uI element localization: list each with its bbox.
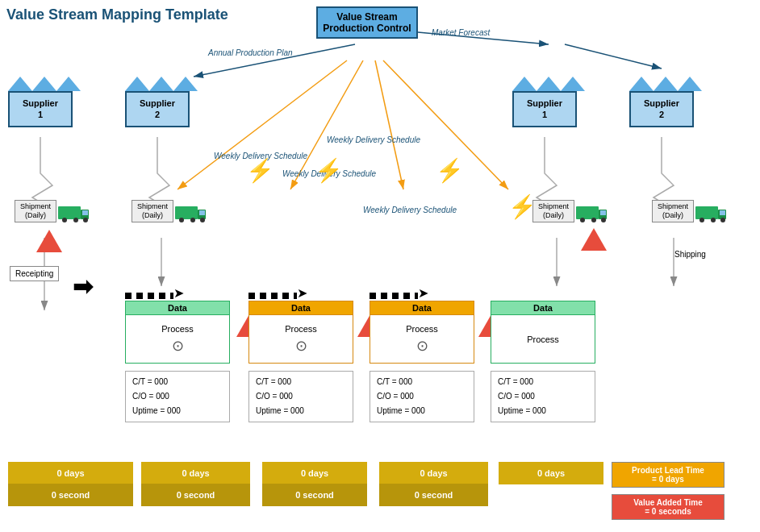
supplier-left-2: Supplier 2 [125,77,190,127]
data-box-1: C/T = 000 C/O = 000 Uptime = 000 [125,371,230,422]
uptime-2: Uptime = 000 [256,404,346,418]
process-group-4: Data Process [491,301,595,364]
timeline-seconds-0: 0 second [8,484,133,506]
process-header-4: Data [491,301,595,315]
svg-rect-23 [199,210,205,215]
truck-icon-4 [695,200,728,222]
svg-point-26 [200,218,205,222]
shipment-label-3: Shipment(Daily) [532,200,574,222]
factory-triangle [678,77,702,91]
push-arrow-main: ➡ [73,272,93,301]
svg-point-36 [699,218,704,222]
inventory-triangle-right [581,228,607,251]
process-header-2: Data [248,301,353,315]
co-1: C/O = 000 [132,389,223,404]
timeline-days-4: 0 days [499,462,603,484]
svg-point-24 [179,218,184,222]
process-body-3: Process ⊙ [370,315,474,364]
factory-roof [8,77,73,91]
truck-icon-3 [576,200,608,222]
factory-triangle [56,77,81,91]
truck-2: Shipment(Daily) [132,200,207,222]
push-arrow-1: ➤ [173,285,184,301]
shipment-label-1: Shipment(Daily) [15,200,56,222]
shipment-label-4: Shipment(Daily) [652,200,694,222]
factory-roof [629,77,694,91]
svg-point-38 [720,218,725,222]
factory-triangle [125,77,149,91]
ct-2: C/T = 000 [256,375,346,389]
process-label-2: Process [285,324,317,334]
production-control-box: Value Stream Production Control [316,6,418,39]
factory-triangle [654,77,678,91]
process-body-4: Process [491,315,595,364]
product-lead-time-box: Product Lead Time= 0 days [612,462,725,488]
supplier-label: Supplier 2 [629,91,694,127]
truck-3: Shipment(Daily) [532,200,608,222]
process-label-3: Process [406,324,438,334]
svg-rect-35 [720,210,725,215]
process-header-3: Data [370,301,474,315]
supplier-right-2: Supplier 2 [629,77,694,127]
data-box-4: C/T = 000 C/O = 000 Uptime = 000 [491,371,595,422]
factory-triangle [8,77,32,91]
svg-point-18 [62,218,67,222]
supplier-left-1: Supplier 1 [8,77,73,127]
page-title: Value Stream Mapping Template [6,6,228,23]
svg-rect-15 [58,206,81,219]
factory-triangle [512,77,537,91]
process-label-4: Process [527,335,559,344]
co-2: C/O = 000 [256,389,346,404]
operator-3: ⊙ [416,337,428,355]
svg-point-37 [711,218,716,222]
timeline-seconds-3: 0 second [379,484,488,506]
inventory-triangle-receiving [36,230,62,252]
factory-roof [125,77,190,91]
process-header-1: Data [125,301,230,315]
process-group-2: Data Process ⊙ [248,301,353,364]
process-label-1: Process [161,324,194,334]
co-4: C/O = 000 [498,389,588,404]
weekly-schedule-4: Weekly Delivery Schedule [363,206,457,214]
timeline-days-3: 0 days [379,462,488,484]
supplier-label: Supplier 1 [512,91,577,127]
uptime-1: Uptime = 000 [132,404,223,418]
market-forecast-label: Market Forecast [432,28,490,37]
data-box-2: C/T = 000 C/O = 000 Uptime = 000 [248,371,353,422]
truck-4: Shipment(Daily) [652,200,728,222]
factory-triangle [149,77,173,91]
svg-rect-21 [175,206,198,219]
svg-point-19 [73,218,78,222]
truck-icon-2 [175,200,207,222]
factory-triangle [629,77,654,91]
push-strip-1 [125,293,173,299]
operator-2: ⊙ [295,337,307,355]
svg-point-32 [601,218,606,222]
annual-plan-label: Annual Production Plan [208,48,293,57]
lightning-2: ⚡ [315,157,343,184]
weekly-schedule-2: Weekly Delivery Schedule [327,135,420,144]
factory-triangle [537,77,561,91]
supplier-label: Supplier 1 [8,91,73,127]
process-group-1: Data Process ⊙ [125,301,230,364]
svg-point-25 [190,218,195,222]
value-added-time-box: Value Added Time= 0 seconds [612,494,725,520]
push-strip-3 [370,293,418,299]
truck-icon-1 [58,200,90,222]
timeline-seconds-1: 0 second [141,484,250,506]
timeline-days-2: 0 days [262,462,367,484]
shipping-label: Shipping [674,250,706,259]
data-box-3: C/T = 000 C/O = 000 Uptime = 000 [370,371,474,422]
push-arrow-2: ➤ [297,285,307,301]
ct-3: C/T = 000 [377,375,467,389]
supplier-right-1: Supplier 1 [512,77,577,127]
ct-1: C/T = 000 [132,375,223,389]
factory-triangle [32,77,56,91]
process-body-2: Process ⊙ [248,315,353,364]
svg-point-20 [83,218,88,222]
shipment-label-2: Shipment(Daily) [132,200,173,222]
factory-roof [512,77,577,91]
uptime-4: Uptime = 000 [498,404,588,418]
ct-4: C/T = 000 [498,375,588,389]
factory-triangle [561,77,585,91]
